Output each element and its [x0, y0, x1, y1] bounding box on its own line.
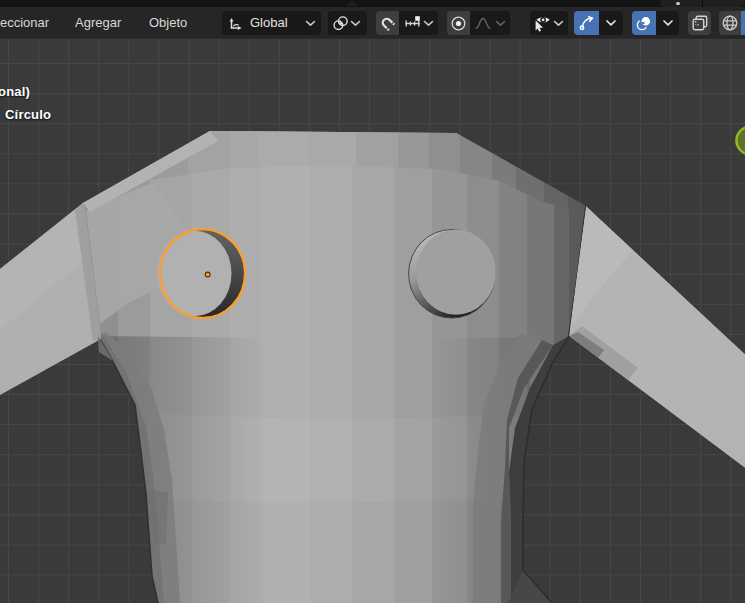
proportional-edit-toggle[interactable] [447, 11, 470, 35]
overlays-icon [635, 14, 653, 32]
active-object-overlay: Círculo [5, 107, 51, 122]
menu-object[interactable]: Objeto [149, 7, 187, 38]
torso-strips [76, 128, 590, 603]
show-overlays-toggle[interactable] [632, 11, 656, 35]
shading-wireframe-button[interactable] [719, 11, 741, 35]
nav-gizmo-y-axis-ball[interactable] [737, 127, 745, 155]
topbar-bottom-edge [0, 0, 745, 7]
proportional-edit-group [447, 11, 510, 35]
view-name-overlay: onal) [0, 84, 30, 99]
viewport-3d[interactable]: onal) Círculo [0, 38, 745, 603]
xray-icon [691, 14, 709, 32]
proportional-falloff-dropdown[interactable] [470, 11, 510, 35]
cursor-eye-icon [533, 14, 551, 32]
gizmo-dropdown[interactable] [599, 11, 623, 35]
chevron-down-icon [553, 20, 564, 27]
snap-toggle[interactable] [376, 11, 399, 35]
topbar-dot [676, 2, 680, 5]
transform-orientation-dropdown[interactable]: Global [222, 11, 321, 35]
pivot-point-dropdown[interactable] [328, 11, 367, 35]
chevron-down-icon [423, 20, 434, 27]
blender-3d-viewport-window: eccionar Agregar Objeto Global [0, 0, 745, 603]
falloff-curve-icon [474, 15, 492, 32]
xray-toggle[interactable] [688, 11, 711, 35]
snap-group [376, 11, 438, 35]
menu-add[interactable]: Agregar [75, 7, 121, 38]
viewport-shading-group [719, 11, 745, 35]
gizmo-icon [578, 14, 596, 32]
chevron-down-icon [605, 19, 617, 27]
topbar-seam [702, 0, 703, 7]
topbar-right-panel [660, 0, 745, 7]
snap-increment-icon [404, 15, 421, 32]
scene-3d [0, 38, 745, 603]
pivot-median-icon [332, 15, 349, 32]
chevron-down-icon [305, 20, 316, 27]
chevron-down-icon [662, 19, 674, 27]
wireframe-globe-icon [721, 14, 739, 32]
shirt-mesh[interactable] [76, 126, 590, 603]
chevron-down-icon [495, 20, 506, 27]
proportional-edit-icon [450, 15, 467, 32]
snap-with-menu[interactable] [399, 11, 438, 35]
orientation-global-icon [227, 15, 244, 32]
show-gizmo-group [574, 11, 623, 35]
show-gizmo-toggle[interactable] [574, 11, 599, 35]
viewport-header: eccionar Agregar Objeto Global [0, 7, 745, 38]
button-object-selected[interactable] [158, 229, 246, 318]
shading-solid-button[interactable] [741, 11, 745, 35]
orientation-value: Global [244, 15, 290, 31]
overlays-dropdown[interactable] [656, 11, 679, 35]
button-object-right[interactable] [409, 230, 496, 319]
show-overlays-group [632, 11, 679, 35]
menu-select[interactable]: eccionar [0, 7, 49, 38]
magnet-icon [379, 15, 396, 32]
chevron-down-icon [350, 20, 361, 27]
topbar-notch [346, 0, 358, 6]
object-visibility-dropdown[interactable] [530, 11, 568, 35]
object-origin-dot [205, 272, 210, 277]
right-arm[interactable] [569, 206, 745, 468]
